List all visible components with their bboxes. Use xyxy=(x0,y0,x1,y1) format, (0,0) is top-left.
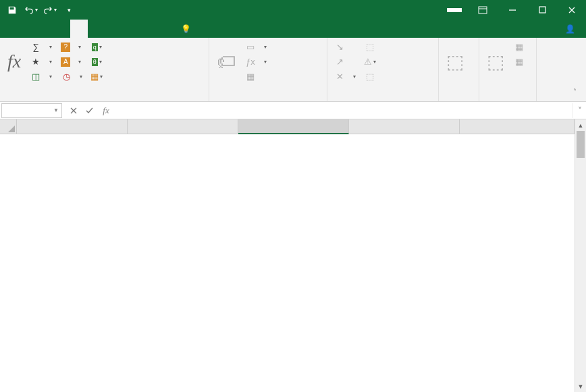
name-box[interactable]: ▼ xyxy=(1,103,62,118)
fx-icon: fx xyxy=(7,51,21,72)
lookup-ref-button[interactable]: q▾ xyxy=(88,40,105,54)
formula-bar-input[interactable] xyxy=(116,103,572,118)
watch-icon: ⬚ xyxy=(446,51,464,73)
lookup-icon: q xyxy=(92,43,98,51)
text-button[interactable]: A▾ xyxy=(57,55,86,69)
tab-insert[interactable] xyxy=(35,20,53,38)
tab-file[interactable] xyxy=(0,20,18,38)
tag-icon: 🏷 xyxy=(217,51,236,73)
namebox-dropdown-icon[interactable]: ▼ xyxy=(53,107,59,113)
calc-now-icon: ▦ xyxy=(515,42,523,52)
group-label xyxy=(3,98,205,101)
trace-dependents-button: ↗ xyxy=(331,55,359,69)
define-name-button: ▭▾ xyxy=(242,40,270,54)
col-header-C[interactable] xyxy=(238,119,349,134)
calc-icon: ⬚ xyxy=(487,51,504,73)
expand-formula-bar-icon[interactable]: ˅ xyxy=(572,103,586,118)
more-icon: ▦ xyxy=(90,72,99,82)
recent-functions-button[interactable]: ★▾ xyxy=(27,55,55,69)
login-button[interactable] xyxy=(447,8,462,12)
lightbulb-icon: 💡 xyxy=(181,24,191,34)
error-check-button: ⚠▾ xyxy=(361,55,379,69)
maximize-icon[interactable] xyxy=(528,0,556,20)
trace-dep-icon: ↗ xyxy=(334,57,345,67)
fx-small-icon: ƒx xyxy=(245,57,256,67)
evaluate-button: ⬚ xyxy=(361,69,379,84)
minimize-icon[interactable] xyxy=(498,0,527,20)
star-icon: ★ xyxy=(30,57,41,67)
define-icon: ▭ xyxy=(245,42,256,53)
person-icon: 👤 xyxy=(565,24,575,34)
insert-function-button[interactable]: fx xyxy=(3,40,25,86)
tab-dev[interactable] xyxy=(140,20,158,38)
autosum-button[interactable]: ∑▾ xyxy=(27,40,55,54)
formula-icon: ⬚ xyxy=(366,42,374,52)
theta-icon: θ xyxy=(92,58,98,66)
insert-function-fx-button[interactable]: fx xyxy=(99,104,113,117)
clock-icon: ◷ xyxy=(61,72,72,82)
svg-rect-0 xyxy=(479,7,487,13)
group-label xyxy=(331,98,435,101)
undo-icon[interactable]: ▾ xyxy=(23,3,39,18)
show-formulas-button: ⬚ xyxy=(361,40,379,54)
vertical-scrollbar[interactable]: ▲ ▼ xyxy=(575,119,586,392)
trace-precedents-button: ↘ xyxy=(331,40,359,54)
logical-button[interactable]: ?▾ xyxy=(57,40,86,54)
tab-data[interactable] xyxy=(88,20,105,38)
tell-me-search[interactable]: 💡 xyxy=(176,20,200,38)
text-icon: A xyxy=(61,57,70,67)
share-button[interactable]: 👤 xyxy=(557,20,586,38)
error-icon: ⚠ xyxy=(364,57,372,67)
save-icon[interactable] xyxy=(4,3,20,18)
calc-sheet-icon: ▦ xyxy=(515,57,523,67)
col-header-D[interactable] xyxy=(349,119,460,134)
group-label xyxy=(483,98,533,101)
money-icon: ◫ xyxy=(30,72,41,82)
remove-icon: ✕ xyxy=(334,72,345,82)
redo-icon[interactable]: ▾ xyxy=(42,3,58,18)
collapse-ribbon-icon[interactable]: ˄ xyxy=(566,84,583,99)
trace-prec-icon: ↘ xyxy=(334,42,345,53)
calc-now-button: ▦ xyxy=(510,40,528,54)
ribbon-display-icon[interactable] xyxy=(469,0,497,20)
tab-review[interactable] xyxy=(105,20,123,38)
more-functions-button[interactable]: ▦▾ xyxy=(88,69,105,84)
qat-customize-icon[interactable]: ▾ xyxy=(61,3,77,18)
fx-icon: fx xyxy=(103,105,109,116)
datetime-button[interactable]: ◷▾ xyxy=(57,69,86,84)
group-label xyxy=(213,98,323,101)
name-manager-button: 🏷 xyxy=(213,40,240,86)
scroll-down-icon[interactable]: ▼ xyxy=(575,381,586,392)
col-header-A[interactable] xyxy=(17,119,128,134)
calc-sheet-button: ▦ xyxy=(510,55,528,69)
accept-formula-button[interactable] xyxy=(82,104,97,117)
tab-view[interactable] xyxy=(123,20,140,38)
math-trig-button[interactable]: θ▾ xyxy=(88,55,105,69)
eval-icon: ⬚ xyxy=(366,72,374,82)
scroll-up-icon[interactable]: ▲ xyxy=(575,119,586,131)
create-from-selection-button: ▦ xyxy=(242,69,270,84)
tab-home[interactable] xyxy=(18,20,35,38)
remove-arrows-button: ✕▾ xyxy=(331,69,359,84)
use-in-formula-button: ƒx▾ xyxy=(242,55,270,69)
close-icon[interactable] xyxy=(558,0,586,20)
select-all-corner[interactable] xyxy=(0,119,17,134)
tab-layout[interactable] xyxy=(53,20,70,38)
svg-rect-3 xyxy=(539,7,545,13)
sigma-icon: ∑ xyxy=(30,42,41,53)
tab-help[interactable] xyxy=(158,20,176,38)
col-header-B[interactable] xyxy=(128,119,238,134)
cancel-formula-button[interactable] xyxy=(66,104,81,117)
col-header-E[interactable] xyxy=(460,119,575,134)
question-icon: ? xyxy=(61,43,70,52)
scroll-thumb[interactable] xyxy=(577,131,585,158)
watch-window-button: ⬚ xyxy=(442,40,468,86)
financial-button[interactable]: ◫▾ xyxy=(27,69,55,84)
calc-options-button: ⬚ xyxy=(483,40,508,86)
tab-formula[interactable] xyxy=(70,20,88,38)
create-icon: ▦ xyxy=(245,72,256,82)
